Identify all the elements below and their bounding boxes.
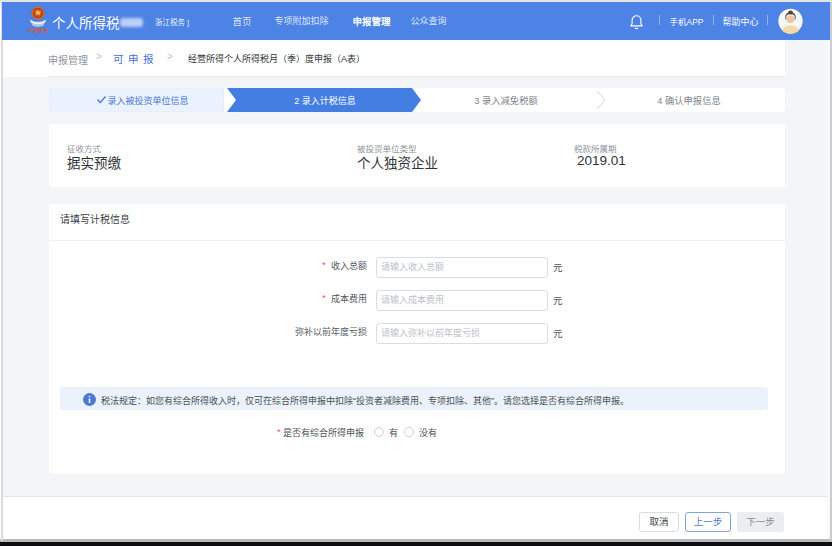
svg-text:2 录入计税信息: 2 录入计税信息 bbox=[294, 95, 356, 106]
svg-text:3 录入减免税额: 3 录入减免税额 bbox=[474, 95, 538, 106]
svg-text:录入被投资单位信息: 录入被投资单位信息 bbox=[107, 95, 188, 106]
svg-text:中国税务: 中国税务 bbox=[28, 27, 49, 33]
svg-text:4 确认申报信息: 4 确认申报信息 bbox=[657, 95, 721, 106]
